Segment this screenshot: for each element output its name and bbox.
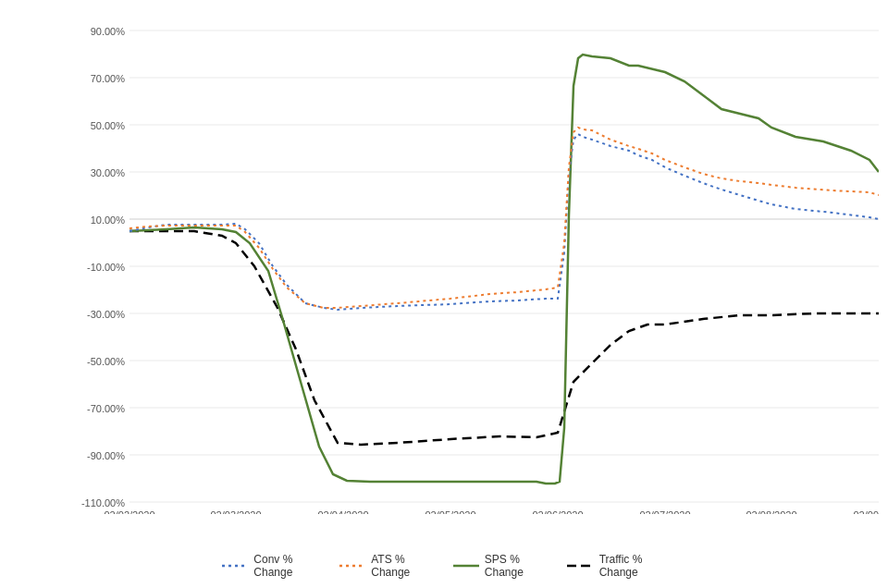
y-label-10: 10.00% bbox=[91, 214, 126, 226]
traffic-legend-label: Traffic % Change bbox=[599, 553, 666, 579]
x-label-0: 02/02/2020 bbox=[104, 509, 154, 514]
y-label-70: 70.00% bbox=[91, 73, 126, 84]
x-label-7: 02/09/2020 bbox=[853, 509, 879, 514]
y-label-30: 30.00% bbox=[91, 167, 126, 178]
x-label-1: 02/03/2020 bbox=[210, 509, 261, 514]
x-label-6: 02/08/2020 bbox=[746, 509, 796, 514]
conv-legend-icon bbox=[222, 561, 248, 570]
y-label-neg10: -10.00% bbox=[87, 262, 125, 273]
legend-conv: Conv % Change bbox=[222, 553, 317, 579]
y-label-neg50: -50.00% bbox=[87, 356, 125, 367]
x-label-3: 02/05/2020 bbox=[425, 509, 475, 514]
chart-container: 90.00% 70.00% 50.00% 30.00% 10.00% -10.0… bbox=[0, 0, 888, 588]
conv-legend-label: Conv % Change bbox=[253, 553, 317, 579]
chart-area: 90.00% 70.00% 50.00% 30.00% 10.00% -10.0… bbox=[74, 18, 879, 514]
x-label-2: 02/04/2020 bbox=[317, 509, 368, 514]
ats-legend-label: ATS % Change bbox=[371, 553, 430, 579]
y-label-50: 50.00% bbox=[91, 120, 126, 131]
y-label-neg30: -30.00% bbox=[87, 309, 125, 320]
x-label-5: 02/07/2020 bbox=[639, 509, 690, 514]
sps-legend-label: SPS % Change bbox=[485, 553, 546, 579]
legend-ats: ATS % Change bbox=[339, 553, 431, 579]
chart-legend: Conv % Change ATS % Change SPS % Change … bbox=[222, 553, 666, 579]
chart-svg: 90.00% 70.00% 50.00% 30.00% 10.00% -10.0… bbox=[74, 18, 879, 514]
x-label-4: 02/06/2020 bbox=[532, 509, 583, 514]
ats-legend-icon bbox=[339, 561, 365, 570]
traffic-legend-icon bbox=[567, 561, 593, 570]
y-label-neg70: -70.00% bbox=[87, 403, 125, 414]
y-label-neg110: -110.00% bbox=[81, 497, 125, 508]
y-label-90: 90.00% bbox=[91, 26, 126, 37]
sps-legend-icon bbox=[453, 561, 479, 570]
legend-sps: SPS % Change bbox=[453, 553, 546, 579]
legend-traffic: Traffic % Change bbox=[567, 553, 666, 579]
y-label-neg90: -90.00% bbox=[87, 450, 125, 461]
